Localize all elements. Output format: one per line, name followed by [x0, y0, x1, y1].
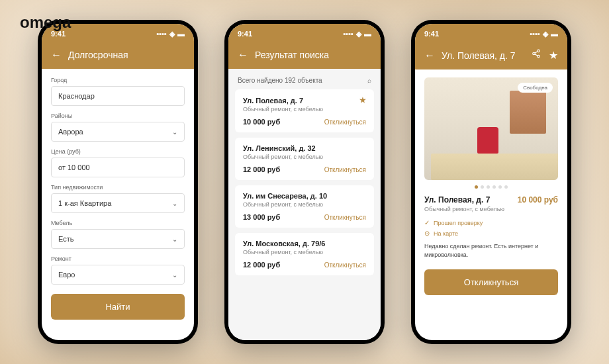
star-icon[interactable]: ★	[359, 96, 366, 105]
svg-line-3	[535, 52, 538, 53]
svg-line-4	[535, 54, 538, 56]
status-badge: Свободна	[518, 83, 553, 93]
card-price: 12 000 руб	[243, 261, 280, 269]
phone-results: 9:41 ▪▪▪▪ ◈ ▬ ← Результат поиска Всего н…	[224, 20, 385, 344]
type-value: 1 к-ая Квартира	[58, 199, 111, 207]
detail-title: Ул. Полевая, д. 7	[424, 195, 490, 205]
svg-point-1	[533, 52, 536, 55]
wifi-icon: ◈	[543, 30, 548, 38]
results-count: Всего найдено 192 объекта	[238, 77, 322, 84]
detail-price: 10 000 руб	[518, 195, 558, 205]
header: ← Ул. Полевая, д. 7 ★	[415, 44, 567, 69]
status-icons: ▪▪▪▪ ◈ ▬	[343, 30, 371, 38]
pin-icon: ⊙	[424, 230, 430, 237]
furniture-select[interactable]: Есть ⌄	[51, 229, 185, 249]
price-label: Цена (руб)	[51, 148, 185, 155]
page-title: Долгосрочная	[68, 50, 185, 60]
status-time: 9:41	[238, 30, 252, 38]
city-label: Город	[51, 77, 185, 83]
signal-icon: ▪▪▪▪	[530, 30, 540, 38]
card-subtitle: Обычный ремонт, с мебелью	[243, 201, 366, 208]
logo: omega	[20, 13, 71, 32]
signal-icon: ▪▪▪▪	[156, 30, 167, 38]
card-title: Ул. Московская, д. 79/6	[243, 240, 325, 248]
description: Недавно сделан ремонт. Есть интернет и м…	[424, 242, 558, 259]
results-summary: Всего найдено 192 объекта ⌕	[235, 74, 374, 89]
wifi-icon: ◈	[356, 30, 361, 38]
share-icon[interactable]	[532, 49, 541, 62]
district-select[interactable]: Аврора ⌄	[51, 122, 185, 142]
card-subtitle: Обычный ремонт, с мебелью	[243, 249, 366, 255]
card-price: 13 000 руб	[243, 213, 280, 221]
status-icons: ▪▪▪▪ ◈ ▬	[530, 30, 558, 38]
carousel-dots[interactable]	[424, 185, 558, 189]
back-icon[interactable]: ←	[424, 50, 435, 62]
phone-search-form: 9:41 ▪▪▪▪ ◈ ▬ ← Долгосрочная Город Красн…	[38, 20, 198, 344]
renovation-label: Ремонт	[51, 255, 185, 262]
chevron-down-icon: ⌄	[172, 271, 177, 279]
header: ← Долгосрочная	[42, 44, 194, 69]
page-title: Ул. Полевая, д. 7	[442, 50, 525, 61]
status-time: 9:41	[424, 30, 439, 38]
chevron-down-icon: ⌄	[172, 236, 177, 243]
svg-point-0	[538, 50, 540, 52]
verified-row[interactable]: ✓ Прошел проверку	[424, 219, 558, 226]
svg-point-2	[538, 55, 540, 58]
respond-button[interactable]: Откликнуться	[324, 261, 366, 269]
result-card[interactable]: Ул. Ленинский, д. 32 Обычный ремонт, с м…	[235, 138, 374, 180]
card-title: Ул. им Снесарева, д. 10	[243, 192, 327, 200]
star-icon[interactable]: ★	[549, 49, 558, 62]
district-value: Аврора	[58, 128, 83, 136]
renovation-select[interactable]: Евро ⌄	[51, 265, 185, 285]
battery-icon: ▬	[364, 30, 371, 38]
result-card[interactable]: Ул. им Снесарева, д. 10 Обычный ремонт, …	[235, 185, 374, 228]
status-bar: 9:41 ▪▪▪▪ ◈ ▬	[228, 24, 381, 44]
city-input[interactable]: Краснодар	[51, 86, 185, 106]
price-input[interactable]: от 10 000	[51, 158, 185, 177]
type-select[interactable]: 1 к-ая Квартира ⌄	[51, 193, 185, 213]
signal-icon: ▪▪▪▪	[343, 30, 353, 38]
page-title: Результат поиска	[255, 50, 371, 60]
type-label: Тип недвижимости	[51, 184, 185, 191]
respond-button[interactable]: Откликнуться	[424, 269, 558, 295]
card-title: Ул. Полевая, д. 7	[243, 97, 303, 105]
listing-photo[interactable]: Свободна	[424, 77, 558, 180]
card-subtitle: Обычный ремонт, с мебелью	[243, 106, 366, 113]
card-price: 10 000 руб	[243, 118, 280, 126]
respond-button[interactable]: Откликнуться	[324, 214, 366, 221]
district-label: Районы	[51, 113, 185, 119]
wifi-icon: ◈	[169, 30, 175, 38]
battery-icon: ▬	[177, 30, 185, 38]
chevron-down-icon: ⌄	[172, 128, 177, 136]
map-label: На карте	[434, 230, 458, 237]
header: ← Результат поиска	[228, 44, 381, 69]
chevron-down-icon: ⌄	[172, 200, 177, 207]
detail-subtitle: Обычный ремонт, с мебелью	[424, 206, 558, 212]
respond-button[interactable]: Откликнуться	[324, 118, 366, 126]
verified-label: Прошел проверку	[434, 220, 483, 226]
back-icon[interactable]: ←	[51, 49, 62, 61]
phone-detail: 9:41 ▪▪▪▪ ◈ ▬ ← Ул. Полевая, д. 7 ★	[411, 20, 571, 344]
furniture-label: Мебель	[51, 220, 185, 226]
result-card[interactable]: Ул. Московская, д. 79/6 Обычный ремонт, …	[235, 233, 374, 275]
renovation-value: Евро	[58, 271, 75, 279]
status-icons: ▪▪▪▪ ◈ ▬	[156, 30, 185, 38]
check-icon: ✓	[424, 219, 430, 226]
respond-button[interactable]: Откликнуться	[324, 166, 366, 173]
card-subtitle: Обычный ремонт, с мебелью	[243, 154, 366, 160]
status-bar: 9:41 ▪▪▪▪ ◈ ▬	[415, 24, 567, 44]
card-price: 12 000 руб	[243, 165, 280, 173]
back-icon[interactable]: ←	[238, 49, 248, 61]
result-card[interactable]: Ул. Полевая, д. 7 ★ Обычный ремонт, с ме…	[235, 89, 374, 132]
search-button[interactable]: Найти	[51, 294, 185, 320]
furniture-value: Есть	[58, 235, 73, 243]
card-title: Ул. Ленинский, д. 32	[243, 144, 316, 152]
map-row[interactable]: ⊙ На карте	[424, 230, 558, 237]
search-icon[interactable]: ⌕	[367, 77, 371, 84]
battery-icon: ▬	[551, 30, 558, 38]
